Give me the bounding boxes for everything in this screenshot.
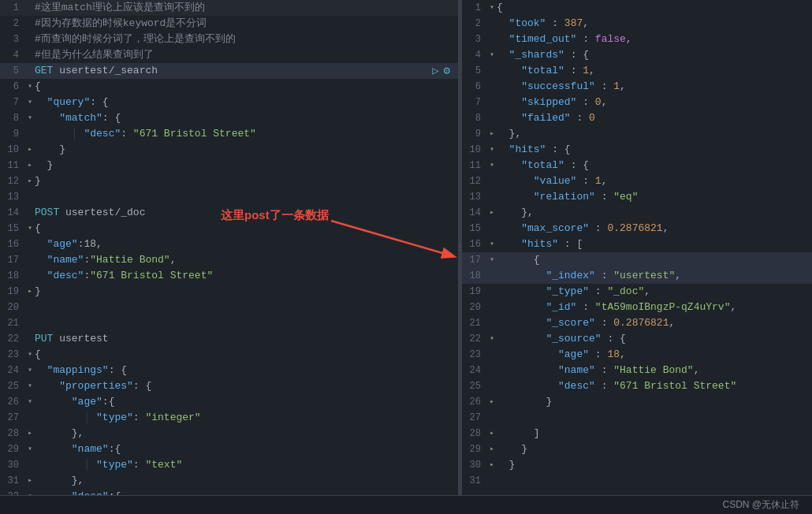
line-number: 10 <box>3 142 25 158</box>
line-number: 18 <box>465 268 487 284</box>
line-number: 8 <box>3 110 25 126</box>
line-content: "_source" : { <box>497 331 809 347</box>
code-line-5: 5 GET usertest/_search▷⚙ <box>0 63 458 79</box>
code-line-18: 18 "_index" : "usertest", <box>462 268 812 284</box>
fold-arrow[interactable]: ▸ <box>487 205 497 221</box>
line-content: GET usertest/_search <box>35 63 432 79</box>
fold-arrow[interactable]: ▸ <box>25 158 35 173</box>
run-icon[interactable]: ▷ <box>432 63 438 79</box>
fold-arrow[interactable]: ▾ <box>487 158 497 173</box>
line-number: 18 <box>3 268 25 284</box>
footer: CSDN @无休止符 <box>0 495 812 514</box>
settings-icon[interactable]: ⚙ <box>444 63 450 79</box>
line-content: "_score" : 0.2876821, <box>497 315 809 331</box>
fold-arrow[interactable]: ▾ <box>25 378 35 394</box>
fold-arrow[interactable]: ▸ <box>25 142 35 158</box>
line-content: POST usertest/_doc <box>35 205 455 221</box>
line-content: │ "type": "text" <box>35 457 455 473</box>
code-line-15: 15▾{ <box>0 221 458 237</box>
code-line-23: 23 "age" : 18, <box>462 347 812 363</box>
line-content: "hits" : { <box>497 142 809 158</box>
line-number: 19 <box>465 284 487 300</box>
line-number: 30 <box>3 457 25 473</box>
code-line-17: 17▾ { <box>462 252 812 268</box>
line-content: }, <box>497 126 809 142</box>
code-line-32: 32▾ "desc":{ <box>0 489 458 495</box>
fold-arrow[interactable]: ▾ <box>25 441 35 457</box>
editor-container: 这里post了一条数据 1 #这里match理论上应该是查询不到的2 #因为存数… <box>0 0 812 495</box>
fold-arrow[interactable]: ▾ <box>25 394 35 410</box>
fold-arrow[interactable]: ▾ <box>487 142 497 158</box>
fold-arrow[interactable]: ▸ <box>25 173 35 189</box>
code-line-21: 21 <box>0 315 458 331</box>
code-line-27: 27 <box>462 410 812 426</box>
fold-arrow[interactable]: ▸ <box>487 126 497 142</box>
fold-arrow[interactable]: ▾ <box>25 95 35 110</box>
code-line-29: 29▾ "name":{ <box>0 441 458 457</box>
line-number: 23 <box>465 347 487 363</box>
brand-label: CSDN @无休止符 <box>722 498 799 512</box>
line-content: "max_score" : 0.2876821, <box>497 221 809 237</box>
code-line-10: 10▾ "hits" : { <box>462 142 812 158</box>
fold-arrow[interactable]: ▾ <box>25 363 35 378</box>
line-content: "name" : "Hattie Bond", <box>497 363 809 378</box>
line-number: 9 <box>465 126 487 142</box>
fold-arrow[interactable]: ▾ <box>25 489 35 495</box>
line-content: "failed" : 0 <box>497 110 809 126</box>
line-content: "_id" : "tA59moIBngzP-qZ4uYrv", <box>497 300 809 315</box>
code-line-18: 18 "desc":"671 Bristol Street" <box>0 268 458 284</box>
fold-arrow[interactable]: ▾ <box>25 347 35 363</box>
code-line-4: 4 #但是为什么结果查询到了 <box>0 47 458 63</box>
fold-arrow[interactable]: ▸ <box>487 394 497 410</box>
fold-arrow[interactable]: ▾ <box>487 47 497 63</box>
line-content: "_type" : "_doc", <box>497 284 809 300</box>
fold-arrow[interactable]: ▾ <box>487 331 497 347</box>
code-line-16: 16▾ "hits" : [ <box>462 237 812 252</box>
code-line-25: 25 "desc" : "671 Bristol Street" <box>462 378 812 394</box>
line-number: 20 <box>3 300 25 315</box>
line-number: 27 <box>465 410 487 426</box>
fold-arrow[interactable]: ▸ <box>487 441 497 457</box>
line-content: "match": { <box>35 110 455 126</box>
code-line-14: 14▸ }, <box>462 205 812 221</box>
fold-arrow[interactable]: ▾ <box>487 237 497 252</box>
code-line-21: 21 "_score" : 0.2876821, <box>462 315 812 331</box>
line-content: { <box>35 79 455 95</box>
line-number: 2 <box>3 16 25 32</box>
code-line-28: 28▸ ] <box>462 426 812 441</box>
line-content: "name":"Hattie Bond", <box>35 252 455 268</box>
fold-arrow[interactable]: ▸ <box>25 284 35 300</box>
fold-arrow[interactable]: ▾ <box>25 110 35 126</box>
line-number: 16 <box>465 237 487 252</box>
fold-arrow[interactable]: ▸ <box>25 426 35 441</box>
code-line-17: 17 "name":"Hattie Bond", <box>0 252 458 268</box>
fold-arrow[interactable]: ▸ <box>25 473 35 489</box>
fold-arrow[interactable]: ▸ <box>487 426 497 441</box>
fold-arrow[interactable]: ▾ <box>487 252 497 268</box>
fold-arrow[interactable]: ▸ <box>487 457 497 473</box>
code-line-19: 19 "_type" : "_doc", <box>462 284 812 300</box>
line-actions[interactable]: ▷⚙ <box>432 63 455 79</box>
line-content: "_shards" : { <box>497 47 809 63</box>
line-content: { <box>35 347 455 363</box>
line-number: 1 <box>465 0 487 16</box>
fold-arrow[interactable]: ▾ <box>25 221 35 237</box>
left-panel[interactable]: 这里post了一条数据 1 #这里match理论上应该是查询不到的2 #因为存数… <box>0 0 459 495</box>
line-content: } <box>497 457 809 473</box>
line-content: "value" : 1, <box>497 173 809 189</box>
line-content: "timed_out" : false, <box>497 32 809 47</box>
code-line-10: 10▸ } <box>0 142 458 158</box>
line-number: 26 <box>465 394 487 410</box>
code-line-22: 22 PUT usertest <box>0 331 458 347</box>
right-panel[interactable]: 1▾{2 "took" : 387,3 "timed_out" : false,… <box>462 0 812 495</box>
line-content: "relation" : "eq" <box>497 189 809 205</box>
code-line-8: 8▾ "match": { <box>0 110 458 126</box>
code-line-12: 12 "value" : 1, <box>462 173 812 189</box>
code-line-23: 23▾{ <box>0 347 458 363</box>
left-code-block: 1 #这里match理论上应该是查询不到的2 #因为存数据的时候keyword是… <box>0 0 458 495</box>
line-content: #但是为什么结果查询到了 <box>35 47 455 63</box>
fold-arrow[interactable]: ▾ <box>25 79 35 95</box>
code-line-29: 29▸ } <box>462 441 812 457</box>
fold-arrow[interactable]: ▾ <box>487 0 497 16</box>
line-number: 5 <box>465 63 487 79</box>
